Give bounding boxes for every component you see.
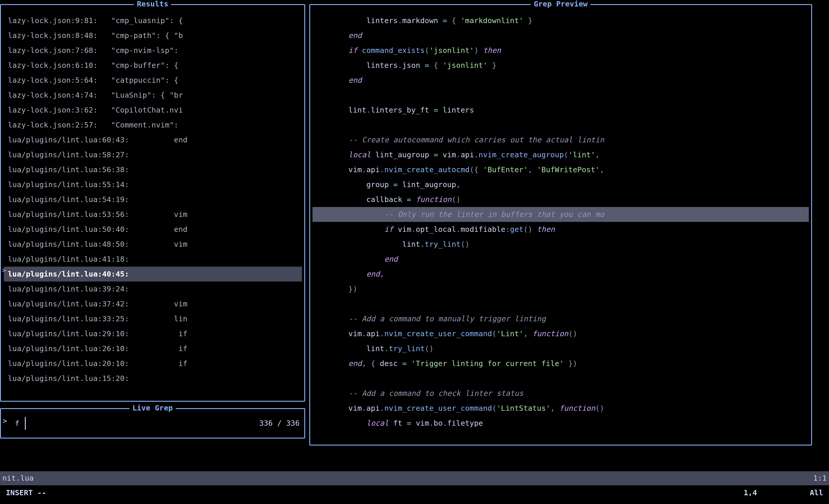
code-line — [313, 296, 809, 311]
status-bar: nit.lua 1:1 — [0, 471, 829, 485]
match-total: 336 — [286, 419, 300, 427]
result-row[interactable]: lua/plugins/lint.lua:60:43: end — [8, 133, 302, 147]
code-line: end, { desc = 'Trigger linting for curre… — [313, 356, 809, 371]
result-row[interactable]: lua/plugins/lint.lua:50:40: end — [8, 222, 302, 237]
code-line: end, — [313, 266, 809, 282]
result-row[interactable]: lua/plugins/lint.lua:41:18: — [8, 252, 302, 266]
result-row[interactable]: lua/plugins/lint.lua:56:38: — [8, 162, 302, 177]
code-line: lint.try_lint() — [313, 341, 809, 356]
result-row[interactable]: lua/plugins/lint.lua:39:24: — [8, 282, 302, 296]
code-line: group = lint_augroup, — [313, 177, 809, 192]
code-line: -- Only run the linter in buffers that y… — [313, 207, 809, 222]
results-title: Results — [134, 0, 171, 8]
code-line: callback = function() — [313, 192, 809, 207]
result-row[interactable]: lazy-lock.json:7:68: "cmp-nvim-lsp": — [8, 43, 302, 58]
text-cursor — [25, 417, 26, 430]
code-line — [313, 117, 809, 133]
ruler: 1,4 All — [744, 489, 823, 497]
result-row[interactable]: lua/plugins/lint.lua:55:14: — [8, 177, 302, 192]
code-line: -- Add a command to manually trigger lin… — [313, 311, 809, 326]
result-row[interactable]: lua/plugins/lint.lua:58:27: — [8, 147, 302, 162]
status-position: 1:1 — [813, 474, 827, 482]
result-row[interactable]: lazy-lock.json:4:74: "LuaSnip": { "br — [8, 88, 302, 103]
code-line: linters.json = { 'jsonlint' } — [313, 58, 809, 73]
result-row[interactable]: lazy-lock.json:5:64: "catppuccin": { — [8, 73, 302, 88]
code-line: lint.linters_by_ft = linters — [313, 103, 809, 117]
code-line: end — [313, 252, 809, 266]
result-row[interactable]: lazy-lock.json:6:10: "cmp-buffer": { — [8, 58, 302, 73]
code-line: vim.api.nvim_create_autocmd({ 'BufEnter'… — [313, 162, 809, 177]
result-row[interactable]: lazy-lock.json:2:57: "Comment.nvim": — [8, 117, 302, 133]
live-grep-pane[interactable]: Live Grep > 336 / 336 — [0, 408, 305, 438]
results-list[interactable]: lazy-lock.json:9:81: "cmp_luasnip": {laz… — [1, 5, 304, 401]
result-row[interactable]: lua/plugins/lint.lua:20:10: if — [8, 356, 302, 371]
preview-title: Grep Preview — [531, 0, 590, 8]
code-line: vim.api.nvim_create_user_command('LintSt… — [313, 401, 809, 416]
preview-content[interactable]: linters.markdown = { 'markdownlint' } en… — [310, 5, 811, 445]
code-line: vim.api.nvim_create_user_command('Lint',… — [313, 326, 809, 341]
result-row[interactable]: lazy-lock.json:9:81: "cmp_luasnip": { — [8, 13, 302, 28]
code-line: linters.markdown = { 'markdownlint' } — [313, 13, 809, 28]
match-sep: / — [277, 419, 286, 427]
result-row[interactable]: lua/plugins/lint.lua:37:42: vim — [8, 296, 302, 311]
result-row[interactable]: lazy-lock.json:8:48: "cmp-path": { "b — [8, 28, 302, 43]
code-line: local ft = vim.bo.filetype — [313, 416, 809, 431]
code-line: }) — [313, 282, 809, 296]
result-row[interactable]: lua/plugins/lint.lua:48:50: vim — [8, 237, 302, 252]
code-line — [313, 371, 809, 386]
match-current: 336 — [259, 419, 273, 427]
telescope-picker: Results lazy-lock.json:9:81: "cmp_luasni… — [0, 0, 829, 445]
search-input[interactable] — [15, 419, 32, 428]
mode-indicator: INSERT -- — [6, 489, 46, 497]
result-row[interactable]: lua/plugins/lint.lua:54:19: — [8, 192, 302, 207]
ruler-percent: All — [810, 489, 823, 497]
result-row[interactable]: lua/plugins/lint.lua:33:25: lin — [8, 311, 302, 326]
code-line: end — [313, 28, 809, 43]
match-count: 336 / 336 — [259, 420, 300, 427]
code-line: end — [313, 73, 809, 88]
result-row[interactable]: lua/plugins/lint.lua:26:10: if — [8, 341, 302, 356]
code-line: local lint_augroup = vim.api.nvim_create… — [313, 147, 809, 162]
code-line: lint.try_lint() — [313, 237, 809, 252]
prompt-symbol: > — [3, 417, 7, 425]
result-row[interactable]: lua/plugins/lint.lua:53:56: vim — [8, 207, 302, 222]
status-filename: nit.lua — [2, 474, 34, 482]
results-pane[interactable]: Results lazy-lock.json:9:81: "cmp_luasni… — [0, 4, 305, 402]
code-line: -- Add a command to check linter status — [313, 386, 809, 401]
result-row[interactable]: lua/plugins/lint.lua:29:10: if — [8, 326, 302, 341]
result-row[interactable]: lua/plugins/lint.lua:40:45: — [4, 266, 302, 282]
selection-marker-icon: > — [2, 266, 6, 274]
code-line: if command_exists('jsonlint') then — [313, 43, 809, 58]
ruler-position: 1,4 — [744, 489, 757, 497]
result-row[interactable]: lazy-lock.json:3:62: "CopilotChat.nvi — [8, 103, 302, 117]
preview-pane: Grep Preview linters.markdown = { 'markd… — [309, 4, 812, 445]
command-line: INSERT -- 1,4 All — [0, 485, 829, 501]
live-grep-title: Live Grep — [130, 404, 176, 412]
code-line — [313, 88, 809, 103]
result-row[interactable]: lua/plugins/lint.lua:15:20: — [8, 371, 302, 386]
code-line: -- Create autocommand which carries out … — [313, 133, 809, 147]
live-grep-inner: 336 / 336 — [1, 409, 304, 438]
code-line: if vim.opt_local.modifiable:get() then — [313, 222, 809, 237]
left-column: Results lazy-lock.json:9:81: "cmp_luasni… — [0, 0, 305, 445]
